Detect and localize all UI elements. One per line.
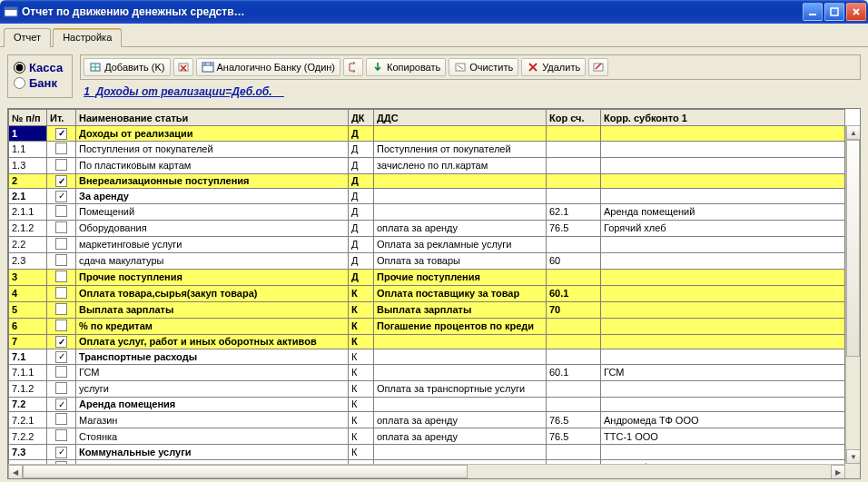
cell-dds[interactable]: Выплата зарплаты bbox=[374, 301, 547, 318]
cell-it[interactable] bbox=[47, 349, 76, 365]
cell-it[interactable] bbox=[47, 318, 76, 334]
cell-sub[interactable] bbox=[601, 380, 845, 397]
col-dk[interactable]: ДК bbox=[349, 110, 374, 126]
cell-dk[interactable]: Д bbox=[349, 269, 374, 285]
checkbox-icon[interactable] bbox=[55, 351, 67, 363]
col-ks[interactable]: Кор сч. bbox=[547, 110, 601, 126]
vertical-scrollbar[interactable]: ▲ ▼ bbox=[845, 125, 860, 464]
cell-dk[interactable]: Д bbox=[349, 236, 374, 252]
cell-it[interactable] bbox=[47, 157, 76, 173]
cell-name[interactable]: Оплата услуг, работ и иных оборотных акт… bbox=[76, 334, 349, 349]
cell-dds[interactable]: оплата за аренду bbox=[374, 220, 547, 236]
checkbox-icon[interactable] bbox=[55, 398, 67, 410]
cell-dk[interactable]: К bbox=[349, 334, 374, 349]
cell-name[interactable]: % по кредитам bbox=[76, 318, 349, 334]
cell-it[interactable] bbox=[47, 269, 76, 285]
delete-button[interactable]: Удалить bbox=[521, 58, 586, 76]
horizontal-scrollbar[interactable]: ◀ ▶ bbox=[8, 464, 845, 478]
cell-sub[interactable] bbox=[601, 252, 845, 269]
table-row[interactable]: 7.1.1ГСМК60.1ГСМ bbox=[9, 364, 845, 380]
cell-it[interactable] bbox=[47, 236, 76, 252]
table-row[interactable]: 2.1За арендуД bbox=[9, 189, 845, 204]
cell-name[interactable]: По пластиковым картам bbox=[76, 157, 349, 173]
col-name[interactable]: Наименование статьи bbox=[76, 110, 349, 126]
table-row[interactable]: 7Оплата услуг, работ и иных оборотных ак… bbox=[9, 334, 845, 349]
cell-dk[interactable]: Д bbox=[349, 157, 374, 173]
cell-sub[interactable] bbox=[601, 157, 845, 173]
cell-np[interactable]: 7.2.2 bbox=[9, 428, 47, 445]
col-it[interactable]: Ит. bbox=[47, 110, 76, 126]
cell-name[interactable]: Доходы от реализации bbox=[76, 126, 349, 142]
tab-settings[interactable]: Настройка bbox=[53, 28, 122, 47]
cell-np[interactable]: 7.1.2 bbox=[9, 380, 47, 397]
cell-sub[interactable] bbox=[601, 236, 845, 252]
cell-it[interactable] bbox=[47, 252, 76, 269]
cell-np[interactable]: 6 bbox=[9, 318, 47, 334]
cell-np[interactable]: 1 bbox=[9, 126, 47, 142]
cell-it[interactable] bbox=[47, 203, 76, 220]
cell-sub[interactable]: ГСМ bbox=[601, 364, 845, 380]
cell-ks[interactable]: 60.1 bbox=[547, 285, 601, 301]
cell-ks[interactable]: 76.5 bbox=[547, 220, 601, 236]
table-row[interactable]: 2.1.2ОборудованияДоплата за аренду76.5Го… bbox=[9, 220, 845, 236]
cell-dds[interactable]: Прочие поступления bbox=[374, 269, 547, 285]
cell-np[interactable]: 7.2.1 bbox=[9, 412, 47, 428]
checkbox-icon[interactable] bbox=[55, 191, 67, 202]
cell-dk[interactable]: Д bbox=[349, 220, 374, 236]
cell-dds[interactable] bbox=[374, 334, 547, 349]
cell-sub[interactable] bbox=[601, 349, 845, 365]
table-row[interactable]: 7.1Транспортные расходыК bbox=[9, 349, 845, 365]
toggle-button[interactable] bbox=[343, 58, 363, 76]
cell-dk[interactable]: К bbox=[349, 412, 374, 428]
cell-ks[interactable]: 60.1 bbox=[547, 364, 601, 380]
minimize-button[interactable] bbox=[803, 3, 823, 21]
cell-dk[interactable]: Д bbox=[349, 173, 374, 189]
table-row[interactable]: 2.3сдача макулатурыДОплата за товары60 bbox=[9, 252, 845, 269]
cell-ks[interactable] bbox=[547, 269, 601, 285]
cell-it[interactable] bbox=[47, 301, 76, 318]
table-row[interactable]: 3Прочие поступленияДПрочие поступления bbox=[9, 269, 845, 285]
checkbox-icon[interactable] bbox=[55, 175, 67, 187]
cell-dk[interactable]: К bbox=[349, 318, 374, 334]
checkbox-icon[interactable] bbox=[55, 128, 67, 140]
checkbox-icon[interactable] bbox=[55, 429, 67, 441]
cell-np[interactable]: 7.3 bbox=[9, 445, 47, 460]
cell-sub[interactable] bbox=[601, 301, 845, 318]
cell-ks[interactable] bbox=[547, 189, 601, 204]
cell-ks[interactable]: 60 bbox=[547, 252, 601, 269]
cell-dds[interactable]: оплата за аренду bbox=[374, 428, 547, 445]
cell-sub[interactable] bbox=[601, 126, 845, 142]
cell-name[interactable]: маркетинговые услуги bbox=[76, 236, 349, 252]
cell-sub[interactable] bbox=[601, 445, 845, 460]
cell-dk[interactable]: К bbox=[349, 301, 374, 318]
cell-sub[interactable] bbox=[601, 318, 845, 334]
cell-ks[interactable]: 62.1 bbox=[547, 203, 601, 220]
cell-ks[interactable] bbox=[547, 334, 601, 349]
cell-sub[interactable]: Андромеда ТФ ООО bbox=[601, 412, 845, 428]
cell-np[interactable]: 2.1.1 bbox=[9, 203, 47, 220]
checkbox-icon[interactable] bbox=[55, 271, 67, 282]
table-row[interactable]: 7.2.1МагазинКоплата за аренду76.5Андроме… bbox=[9, 412, 845, 428]
table-row[interactable]: 6% по кредитамКПогашение процентов по кр… bbox=[9, 318, 845, 334]
table-row[interactable]: 2.2маркетинговые услугиДОплата за реклам… bbox=[9, 236, 845, 252]
cell-ks[interactable]: 70 bbox=[547, 301, 601, 318]
cell-dds[interactable]: зачислено по пл.картам bbox=[374, 157, 547, 173]
checkbox-icon[interactable] bbox=[55, 287, 67, 299]
extra-button[interactable] bbox=[588, 58, 608, 76]
cell-np[interactable]: 3 bbox=[9, 269, 47, 285]
checkbox-icon[interactable] bbox=[55, 238, 67, 250]
radio-bank-input[interactable] bbox=[14, 77, 25, 89]
cell-ks[interactable] bbox=[547, 157, 601, 173]
checkbox-icon[interactable] bbox=[55, 447, 67, 458]
clear-button[interactable]: Очистить bbox=[449, 58, 518, 76]
cell-it[interactable] bbox=[47, 126, 76, 142]
cell-name[interactable]: Оборудования bbox=[76, 220, 349, 236]
checkbox-icon[interactable] bbox=[55, 143, 67, 154]
cell-it[interactable] bbox=[47, 380, 76, 397]
cell-sub[interactable] bbox=[601, 173, 845, 189]
cell-dk[interactable]: К bbox=[349, 349, 374, 365]
cell-sub[interactable]: Горячий хлеб bbox=[601, 220, 845, 236]
scroll-right-button[interactable]: ▶ bbox=[831, 465, 845, 479]
table-row[interactable]: 4Оплата товара,сырья(закуп товара)КОплат… bbox=[9, 285, 845, 301]
cell-name[interactable]: Аренда помещения bbox=[76, 397, 349, 412]
